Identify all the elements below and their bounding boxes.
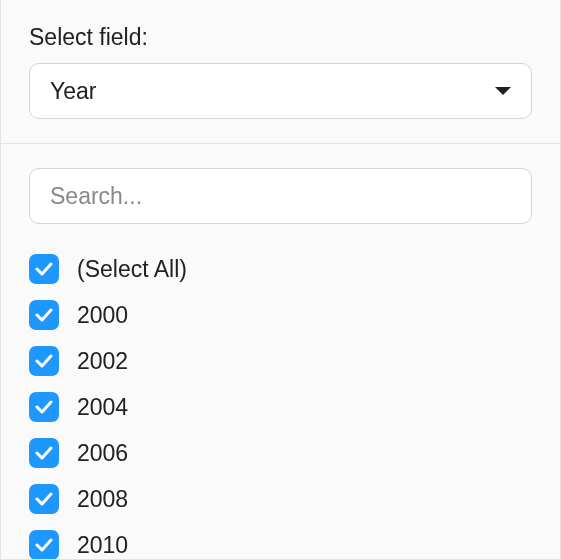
select-field-label: Select field: [29,24,532,51]
option-label: 2000 [77,302,128,329]
checkbox-checked-icon[interactable] [29,484,59,514]
checkbox-checked-icon[interactable] [29,392,59,422]
option-label: 2006 [77,440,128,467]
checkbox-checked-icon[interactable] [29,530,59,559]
checkbox-checked-icon[interactable] [29,300,59,330]
search-input[interactable] [29,168,532,224]
field-dropdown-display[interactable]: Year [29,63,532,119]
option-label: 2004 [77,394,128,421]
option-row[interactable]: 2004 [29,384,552,430]
option-label: 2002 [77,348,128,375]
checkbox-checked-icon[interactable] [29,254,59,284]
option-label: 2010 [77,532,128,559]
option-row[interactable]: 2002 [29,338,552,384]
select-field-section: Select field: Year [1,0,560,144]
checkbox-checked-icon[interactable] [29,346,59,376]
option-row[interactable]: 2010 [29,522,552,559]
field-dropdown-value: Year [50,78,96,105]
checkbox-checked-icon[interactable] [29,438,59,468]
option-select-all[interactable]: (Select All) [29,246,552,292]
filter-panel: Select field: Year (Select All) 20002002… [0,0,561,560]
option-label: (Select All) [77,256,187,283]
option-label: 2008 [77,486,128,513]
option-row[interactable]: 2008 [29,476,552,522]
option-row[interactable]: 2000 [29,292,552,338]
options-section: (Select All) 200020022004200620082010201… [1,144,560,559]
options-list[interactable]: (Select All) 200020022004200620082010201… [29,246,560,559]
option-row[interactable]: 2006 [29,430,552,476]
field-dropdown[interactable]: Year [29,63,532,119]
